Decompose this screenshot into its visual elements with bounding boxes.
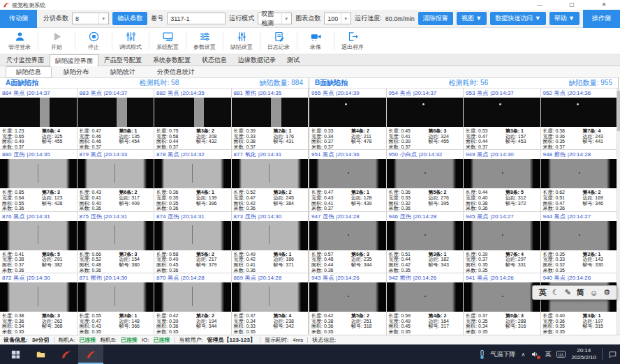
defect-cell[interactable]: 880压伤|20:14:35长度: 0.85宽度: 0.64面积: 0.55米数… — [0, 150, 78, 211]
toolbar-button-monitor[interactable]: 系统配置 — [149, 31, 186, 51]
defect-details: 长度: 0.42宽度: 0.38面积: 0.36米数: 0.35第5条: 2边距… — [309, 312, 386, 334]
defect-cell[interactable]: 951黑点|20:14:36长度: 0.47宽度: 0.43面积: 0.41米数… — [309, 150, 387, 211]
pen-icon[interactable]: ✎ — [565, 288, 571, 297]
main-tab[interactable]: 测试 — [281, 54, 305, 66]
defect-cell[interactable]: 954黑点|20:14:37长度: 0.45宽度: 0.41面积: 0.39米数… — [387, 89, 464, 150]
main-tab[interactable]: 产品型号配置 — [98, 54, 147, 66]
toolbar-button-sliders-h[interactable]: 参数设置 — [186, 31, 223, 51]
lang-simplified-label[interactable]: 简 — [577, 287, 584, 298]
defect-field: 面积: 0.46 — [80, 139, 119, 144]
toolbar-button-stop[interactable]: 停止 — [75, 31, 112, 51]
sub-tab[interactable]: 分类信息统计 — [147, 67, 205, 77]
clear-alarm-button[interactable]: 清除报警 — [418, 12, 453, 25]
toolbar-button-play[interactable]: 开始 — [38, 31, 75, 51]
keyboard-icon[interactable] — [556, 351, 566, 358]
defect-cell[interactable]: 873压伤|20:14:30长度: 0.49宽度: 0.42面积: 0.41米数… — [232, 212, 309, 273]
moon-icon[interactable]: ☾ — [552, 288, 559, 297]
defect-field: 米数: 0.36 — [466, 206, 505, 211]
maximize-button[interactable]: ▢ — [556, 0, 588, 10]
emoji-icon[interactable]: ☺ — [590, 289, 598, 297]
defect-field: 宽度: 0.40 — [466, 195, 505, 201]
defect-cell[interactable]: 884黑点|20:14:37长度: 1.23宽度: 0.65面积: 0.49米数… — [0, 89, 78, 150]
defect-cell[interactable]: 940黑点|20:14:26长度: 0.40宽度: 0.36面积: 0.35米数… — [541, 273, 619, 335]
defect-cell[interactable]: 874压伤|20:14:31长度: 0.58宽度: 0.49面积: 0.45米数… — [154, 212, 232, 273]
weather-text[interactable]: 气温下降 — [491, 350, 516, 359]
app-icon-inspection[interactable] — [53, 344, 78, 364]
defect-cell[interactable]: 952黑点|20:14:36长度: 0.38宽度: 0.36面积: 0.35米数… — [541, 89, 619, 150]
clock[interactable]: 20:14 2025/2/10 — [571, 347, 596, 361]
toolbar-button-sliders-v[interactable]: 缺陷设置 — [223, 31, 260, 51]
toolbar-button-exit[interactable]: 退出程序 — [334, 31, 371, 51]
defect-cell[interactable]: 869黑点|20:14:28长度: 0.37宽度: 0.34面积: 0.33米数… — [232, 273, 309, 335]
defect-field: 边距: 169 — [582, 195, 615, 201]
app-icon-inspection-active[interactable] — [78, 344, 103, 364]
defect-cell[interactable]: 877氧化|20:14:31长度: 0.52宽度: 0.47面积: 0.42米数… — [232, 150, 309, 211]
drive-side-button[interactable]: 传动侧 — [0, 10, 37, 28]
defect-cell[interactable]: 955黑点|20:14:39长度: 0.33宽度: 0.34面积: 0.37米数… — [309, 89, 387, 150]
defect-cell[interactable]: 946压伤|20:14:28长度: 0.51宽度: 0.44面积: 0.42米数… — [387, 212, 464, 273]
defect-time: |20:14:30 — [490, 151, 513, 158]
defect-cell[interactable]: 945黑点|20:14:27长度: 0.39宽度: 0.37面积: 0.35米数… — [464, 212, 541, 273]
defect-cell[interactable]: 941黑点|20:14:26长度: 0.37宽度: 0.35面积: 0.34米数… — [464, 273, 541, 335]
slit-count-select[interactable]: 8▼ — [72, 13, 109, 24]
defect-cell[interactable]: 948擦伤|20:14:28长度: 0.62宽度: 0.51面积: 0.47米数… — [541, 150, 619, 211]
defect-cell[interactable]: 872黑点|20:14:30长度: 0.38宽度: 0.36面积: 0.34米数… — [0, 273, 78, 335]
main-tab[interactable]: 边缘数据记录 — [232, 54, 281, 66]
tray-date: 2025/2/10 — [571, 354, 596, 361]
minimize-button[interactable]: — — [524, 0, 556, 10]
defect-cell[interactable]: 871擦伤|20:14:30长度: 0.55宽度: 0.47面积: 0.43米数… — [78, 273, 155, 335]
main-tab[interactable]: 状态信息 — [196, 54, 232, 66]
defect-field: 长度: 0.62 — [543, 190, 583, 195]
defect-cell[interactable]: 942擦伤|20:14:26长度: 0.59宽度: 0.49面积: 0.45米数… — [387, 273, 464, 335]
defect-time: |20:14:36 — [568, 90, 591, 96]
defect-time: |20:14:28 — [258, 275, 281, 281]
defect-cell[interactable]: 879黑点|20:14:33长度: 0.43宽度: 0.41面积: 0.40米数… — [78, 150, 155, 211]
defect-cell[interactable]: 950小白点|20:14:32长度: 0.36宽度: 0.33面积: 0.32米… — [387, 150, 464, 211]
speaker-icon[interactable] — [531, 350, 539, 358]
defect-cell[interactable]: 947压伤|20:14:28长度: 0.57宽度: 0.48面积: 0.44米数… — [309, 212, 387, 273]
main-tab[interactable]: 缺陷监控界面 — [50, 54, 98, 66]
defect-field: 面积: 0.41 — [311, 201, 351, 206]
defect-cell[interactable]: 875压伤|20:14:31长度: 0.66宽度: 0.52面积: 0.48米数… — [78, 212, 155, 273]
toolbar-button-tune[interactable]: 调试模式 — [112, 31, 149, 51]
gear-icon[interactable]: ⚙ — [603, 288, 610, 297]
help-menu-button[interactable]: 帮助 ▼ — [549, 12, 580, 25]
monitor-icon — [162, 31, 174, 43]
hidden-icons-chevron[interactable]: ∧ — [522, 351, 526, 358]
file-explorer-icon[interactable] — [28, 344, 53, 364]
main-tab[interactable]: 系统参数配置 — [147, 54, 196, 66]
action-center-icon[interactable] — [608, 350, 617, 359]
sub-tab[interactable]: 缺陷信息 — [6, 66, 52, 78]
view-menu-button[interactable]: 视图 ▼ — [457, 12, 487, 25]
defect-field: 边距: 123 — [42, 195, 75, 201]
defect-cell[interactable]: 870黑点|20:14:28长度: 0.42宽度: 0.39面积: 0.36米数… — [154, 273, 232, 335]
defect-cell[interactable]: 883黑点|20:14:37长度: 0.47宽度: 0.46面积: 0.46米数… — [78, 89, 155, 150]
toolbar-button-camera[interactable]: 录像 — [297, 31, 334, 51]
sub-tab[interactable]: 缺陷统计 — [101, 67, 145, 77]
toolbar-button-journal[interactable]: 日志记录 — [260, 31, 297, 51]
defect-cell[interactable]: 876黑点|20:14:31长度: 0.41宽度: 0.38面积: 0.37米数… — [0, 212, 78, 273]
defect-cell[interactable]: 881擦伤|20:14:35长度: 0.39宽度: 0.33面积: 0.38米数… — [232, 89, 309, 150]
ime-language-indicator[interactable]: 英 — [545, 350, 551, 359]
defect-cell[interactable]: 949黑点|20:14:30长度: 0.44宽度: 0.40面积: 0.38米数… — [464, 150, 541, 211]
defect-cell[interactable]: 944黑点|20:14:27长度: 0.35宽度: 0.33面积: 0.32米数… — [541, 212, 619, 273]
defect-cell[interactable]: 943黑点|20:14:26长度: 0.42宽度: 0.38面积: 0.36米数… — [309, 273, 387, 335]
chart-points-select[interactable]: 100▼ — [324, 13, 351, 24]
sub-tab[interactable]: 缺陷分布 — [54, 67, 98, 77]
start-button[interactable] — [3, 344, 28, 364]
defect-cell[interactable]: 878黑点|20:14:32长度: 0.36宽度: 0.35面积: 0.35米数… — [154, 150, 232, 211]
defect-id: 883 — [80, 90, 89, 96]
main-tab[interactable]: 尺寸监控界面 — [1, 54, 50, 66]
run-mode-select[interactable]: 双面检测▼ — [258, 13, 292, 24]
confirm-count-button[interactable]: 确认条数 — [112, 12, 147, 25]
lang-en-label[interactable]: 英 — [539, 287, 547, 298]
toolbar-button-user[interactable]: 管理登录 — [1, 31, 38, 51]
operator-side-button[interactable]: 操作侧 — [583, 10, 620, 28]
roll-no-input[interactable]: 3117-1 — [167, 13, 226, 24]
defect-cell[interactable]: 953黑点|20:14:37长度: 0.53宽度: 0.47面积: 0.44米数… — [464, 89, 541, 150]
defect-cell[interactable]: 882黑点|20:14:35长度: 0.75宽度: 0.58面积: 0.44米数… — [154, 89, 232, 150]
data-quick-access-button[interactable]: 数据快速访问 ▼ — [490, 12, 545, 25]
close-button[interactable]: ✕ — [588, 0, 620, 10]
defect-field: 宽度: 0.38 — [2, 257, 42, 262]
defect-field: 第2条: 1 — [273, 128, 306, 134]
